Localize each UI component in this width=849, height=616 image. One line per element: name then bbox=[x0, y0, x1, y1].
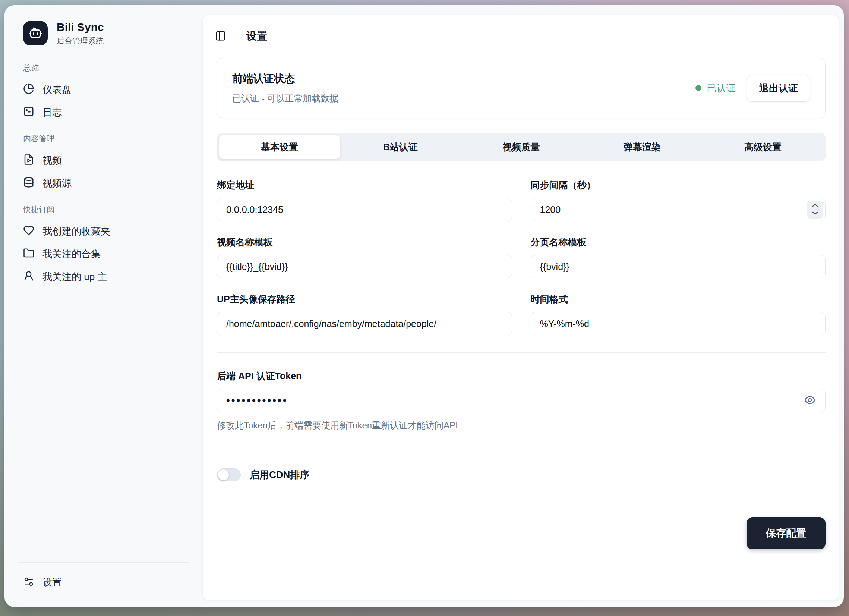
save-config-button[interactable]: 保存配置 bbox=[746, 517, 825, 549]
number-input-wrap bbox=[531, 198, 826, 221]
sidebar-item-label: 视频 bbox=[42, 154, 62, 167]
section-label: 内容管理 bbox=[16, 133, 191, 144]
time-format-input[interactable] bbox=[531, 312, 826, 335]
section-label: 总览 bbox=[16, 63, 191, 73]
tab-basic-settings[interactable]: 基本设置 bbox=[219, 135, 340, 159]
tab-danmaku-render[interactable]: 弹幕渲染 bbox=[582, 135, 703, 159]
app-name: Bili Sync bbox=[57, 20, 104, 34]
field-upper-avatar-path: UP主头像保存路径 bbox=[217, 293, 512, 335]
sidebar: Bili Sync 后台管理系统 总览 仪表盘 bbox=[4, 5, 203, 607]
folder-icon bbox=[23, 248, 34, 260]
page-name-template-input[interactable] bbox=[531, 255, 826, 278]
basic-settings-form: 绑定地址 同步间隔（秒） bbox=[217, 179, 825, 335]
toggle-token-visibility-button[interactable] bbox=[803, 393, 817, 408]
auth-status-badge: 已认证 bbox=[696, 82, 736, 95]
field-label: 后端 API 认证Token bbox=[217, 370, 825, 382]
auth-card-title: 前端认证状态 bbox=[232, 72, 338, 86]
logout-auth-button[interactable]: 退出认证 bbox=[747, 75, 810, 102]
main-panel: 设置 前端认证状态 已认证 - 可以正常加载数据 已认证 退出认证 bbox=[203, 15, 839, 600]
toggle-thumb bbox=[218, 470, 229, 480]
bind-address-input[interactable] bbox=[217, 198, 512, 221]
upper-avatar-path-input[interactable] bbox=[217, 312, 512, 335]
sidebar-item-label: 日志 bbox=[42, 106, 62, 119]
sidebar-item-label: 设置 bbox=[42, 576, 62, 589]
sidebar-footer: 设置 bbox=[4, 562, 203, 594]
field-label: 绑定地址 bbox=[217, 179, 512, 191]
nav-section-content: 内容管理 视频 视频源 bbox=[16, 133, 191, 195]
cdn-sort-toggle[interactable] bbox=[217, 468, 241, 482]
sidebar-item-label: 仪表盘 bbox=[42, 83, 71, 96]
field-time-format: 时间格式 bbox=[531, 293, 826, 335]
divider bbox=[217, 449, 825, 449]
nav-section-overview: 总览 仪表盘 日志 bbox=[16, 63, 191, 124]
page-title: 设置 bbox=[246, 29, 267, 43]
status-badge-label: 已认证 bbox=[707, 82, 736, 95]
tab-advanced-settings[interactable]: 高级设置 bbox=[703, 135, 823, 159]
sync-interval-input[interactable] bbox=[531, 198, 826, 221]
app-subtitle: 后台管理系统 bbox=[57, 36, 104, 46]
terminal-icon bbox=[23, 106, 34, 119]
auth-card-actions: 已认证 退出认证 bbox=[696, 75, 810, 102]
field-label: UP主头像保存路径 bbox=[217, 293, 512, 306]
cdn-sort-row: 启用CDN排序 bbox=[217, 468, 825, 482]
section-label: 快捷订阅 bbox=[16, 204, 191, 215]
divider bbox=[217, 352, 825, 353]
sidebar-toggle-button[interactable] bbox=[212, 28, 229, 44]
eye-icon bbox=[804, 394, 816, 407]
api-token-section: 后端 API 认证Token 修改此Token后，前端需要使用新Token重新认… bbox=[217, 370, 825, 431]
token-hint: 修改此Token后，前端需要使用新Token重新认证才能访问API bbox=[217, 419, 825, 431]
status-dot-icon bbox=[696, 85, 702, 91]
sidebar-item-settings[interactable]: 设置 bbox=[16, 571, 191, 594]
sidebar-item-label: 我创建的收藏夹 bbox=[42, 225, 110, 238]
field-label: 视频名称模板 bbox=[217, 236, 512, 248]
field-bind-address: 绑定地址 bbox=[217, 179, 512, 221]
heart-icon bbox=[23, 225, 34, 237]
divider bbox=[235, 31, 236, 42]
settings-icon bbox=[23, 576, 34, 589]
field-sync-interval: 同步间隔（秒） bbox=[531, 179, 826, 221]
sidebar-item-label: 我关注的 up 主 bbox=[42, 270, 107, 283]
brand: Bili Sync 后台管理系统 bbox=[4, 20, 203, 46]
field-label: 时间格式 bbox=[531, 293, 826, 306]
panel-left-icon bbox=[215, 30, 226, 43]
sidebar-item-my-collections[interactable]: 我关注的合集 bbox=[16, 243, 191, 265]
sidebar-item-logs[interactable]: 日志 bbox=[16, 101, 191, 124]
tab-video-quality[interactable]: 视频质量 bbox=[461, 135, 581, 159]
brand-text: Bili Sync 后台管理系统 bbox=[57, 20, 104, 46]
divider bbox=[18, 562, 189, 563]
field-video-name-template: 视频名称模板 bbox=[217, 236, 512, 278]
file-video-icon bbox=[23, 154, 34, 167]
settings-tabs: 基本设置 B站认证 视频质量 弹幕渲染 高级设置 bbox=[217, 133, 825, 161]
chevron-up-icon bbox=[812, 203, 818, 209]
sidebar-nav: 总览 仪表盘 日志 bbox=[4, 46, 203, 563]
auth-status-text: 前端认证状态 已认证 - 可以正常加载数据 bbox=[232, 72, 338, 104]
tab-bilibili-auth[interactable]: B站认证 bbox=[340, 135, 461, 159]
sidebar-item-video-sources[interactable]: 视频源 bbox=[16, 172, 191, 195]
sidebar-item-videos[interactable]: 视频 bbox=[16, 149, 191, 172]
field-page-name-template: 分页名称模板 bbox=[531, 236, 826, 278]
pie-chart-icon bbox=[23, 83, 34, 96]
sidebar-item-label: 我关注的合集 bbox=[42, 248, 101, 261]
app-logo bbox=[23, 21, 48, 45]
sidebar-item-my-uploaders[interactable]: 我关注的 up 主 bbox=[16, 265, 191, 288]
cdn-sort-label: 启用CDN排序 bbox=[250, 468, 309, 482]
token-input-wrap bbox=[217, 389, 825, 412]
auth-card-subtitle: 已认证 - 可以正常加载数据 bbox=[232, 92, 338, 104]
sidebar-item-my-favorites[interactable]: 我创建的收藏夹 bbox=[16, 220, 191, 243]
form-footer: 保存配置 bbox=[217, 482, 825, 580]
database-icon bbox=[23, 177, 34, 189]
field-label: 同步间隔（秒） bbox=[531, 179, 826, 191]
settings-content: 前端认证状态 已认证 - 可以正常加载数据 已认证 退出认证 基本设置 B站认证… bbox=[203, 52, 839, 600]
main-header: 设置 bbox=[203, 15, 839, 52]
video-name-template-input[interactable] bbox=[217, 255, 512, 278]
user-icon bbox=[23, 270, 34, 283]
field-label: 分页名称模板 bbox=[531, 236, 826, 248]
bot-icon bbox=[28, 25, 42, 41]
app-window: Bili Sync 后台管理系统 总览 仪表盘 bbox=[4, 5, 844, 607]
api-token-input[interactable] bbox=[217, 389, 825, 412]
sidebar-item-label: 视频源 bbox=[42, 177, 71, 190]
number-stepper[interactable] bbox=[807, 201, 823, 219]
auth-status-card: 前端认证状态 已认证 - 可以正常加载数据 已认证 退出认证 bbox=[217, 58, 825, 118]
sidebar-item-dashboard[interactable]: 仪表盘 bbox=[16, 78, 191, 101]
chevron-down-icon bbox=[812, 210, 818, 217]
